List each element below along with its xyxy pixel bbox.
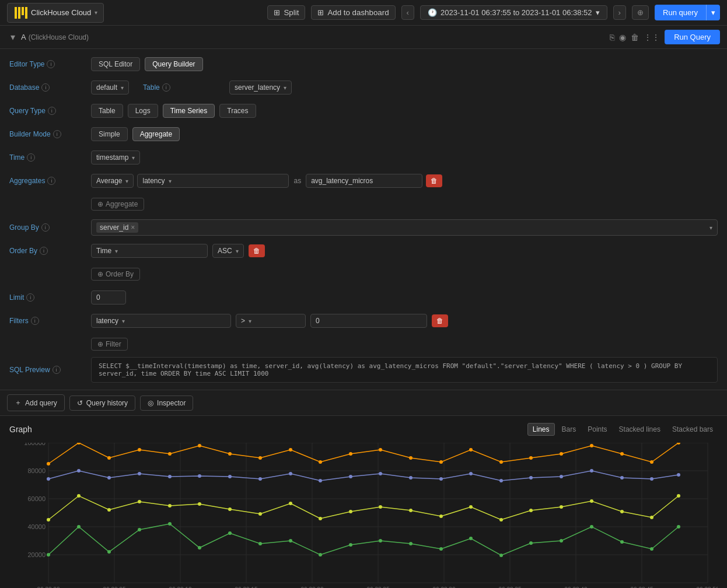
svg-point-74 xyxy=(499,479,503,482)
limit-input[interactable] xyxy=(91,290,126,304)
run-query-panel-button[interactable]: Run Query xyxy=(665,30,720,44)
order-by-row: Order By i Time ▾ ASC ▾ 🗑 xyxy=(9,240,718,261)
group-by-tag-remove-icon[interactable]: × xyxy=(131,223,135,232)
sql-preview-row: SQL Preview i SELECT $__timeInterval(tim… xyxy=(9,357,718,383)
aggregate-field-select[interactable]: latency ▾ xyxy=(137,174,289,188)
filters-info-icon[interactable]: i xyxy=(31,317,39,325)
query-type-timeseries-button[interactable]: Time Series xyxy=(163,104,215,118)
aggregate-delete-button[interactable]: 🗑 xyxy=(426,174,442,187)
time-range-selector[interactable]: 🕐 2023-11-01 06:37:55 to 2023-11-01 06:3… xyxy=(420,5,607,20)
run-query-button[interactable]: Run query ▾ xyxy=(655,5,720,20)
database-chevron-icon: ▾ xyxy=(121,85,124,91)
svg-point-117 xyxy=(469,537,473,540)
builder-mode-simple-button[interactable]: Simple xyxy=(91,127,128,141)
graph-title: Graph xyxy=(9,425,32,434)
add-filter-button[interactable]: ⊕ Filter xyxy=(91,338,128,351)
order-by-controls: Time ▾ ASC ▾ 🗑 xyxy=(91,244,718,258)
order-by-field-chevron-icon: ▾ xyxy=(115,248,118,254)
database-select[interactable]: default ▾ xyxy=(91,80,129,94)
query-type-table-button[interactable]: Table xyxy=(91,104,123,118)
svg-point-101 xyxy=(650,516,653,519)
order-by-delete-button[interactable]: 🗑 xyxy=(249,244,265,257)
svg-point-119 xyxy=(529,541,533,545)
query-type-info-icon[interactable]: i xyxy=(48,107,56,115)
svg-point-100 xyxy=(620,510,624,513)
sql-editor-button[interactable]: SQL Editor xyxy=(91,57,140,71)
order-by-dir-select[interactable]: ASC ▾ xyxy=(212,244,244,258)
svg-point-87 xyxy=(228,508,232,511)
time-prev-button[interactable]: ‹ xyxy=(401,5,414,20)
limit-info-icon[interactable]: i xyxy=(26,293,34,302)
svg-point-60 xyxy=(77,469,81,473)
add-order-by-button[interactable]: ⊕ Order By xyxy=(91,268,140,281)
query-builder-button[interactable]: Query Builder xyxy=(145,57,202,71)
group-by-label: Group By i xyxy=(9,223,91,232)
filter-value-input[interactable] xyxy=(310,314,427,328)
svg-point-109 xyxy=(228,531,232,535)
query-type-logs-button[interactable]: Logs xyxy=(128,104,158,118)
svg-point-66 xyxy=(258,477,262,481)
query-panel: ▾ A (ClickHouse Cloud) ⎘ ◉ 🗑 ⋮⋮ Run Quer… xyxy=(0,26,727,416)
svg-point-53 xyxy=(529,456,533,460)
graph-type-stacked-bars-button[interactable]: Stacked bars xyxy=(667,423,718,436)
sql-preview-label: SQL Preview i xyxy=(9,366,91,374)
table-info-icon[interactable]: i xyxy=(162,83,170,92)
builder-mode-info-icon[interactable]: i xyxy=(53,130,61,138)
order-by-dir-value: ASC xyxy=(218,247,232,255)
order-by-field-select[interactable]: Time ▾ xyxy=(91,244,208,258)
builder-mode-aggregate-button[interactable]: Aggregate xyxy=(132,127,180,141)
svg-point-75 xyxy=(529,476,533,480)
aggregate-alias-input[interactable] xyxy=(306,174,422,188)
inspector-button[interactable]: ◎ Inspector xyxy=(140,396,193,411)
sql-preview-info-icon[interactable]: i xyxy=(53,366,61,374)
svg-point-116 xyxy=(439,547,443,551)
graph-type-lines-button[interactable]: Lines xyxy=(527,423,555,436)
svg-rect-1 xyxy=(18,7,20,19)
graph-type-stacked-lines-button[interactable]: Stacked lines xyxy=(614,423,665,436)
group-by-input[interactable]: server_id × ▾ xyxy=(91,219,718,236)
bottom-bar: ＋ Add query ↺ Query history ◎ Inspector xyxy=(0,390,727,415)
filter-delete-button[interactable]: 🗑 xyxy=(432,314,448,327)
add-aggregate-button[interactable]: ⊕ Aggregate xyxy=(91,198,144,211)
svg-point-104 xyxy=(77,525,81,528)
time-label: Time i xyxy=(9,153,91,162)
svg-point-102 xyxy=(677,494,680,498)
svg-point-44 xyxy=(258,456,262,460)
tab-copy-button[interactable]: ⎘ xyxy=(610,30,614,44)
time-info-icon[interactable]: i xyxy=(27,153,35,162)
tab-grid-button[interactable]: ⋮⋮ xyxy=(644,30,660,44)
zoom-button[interactable]: ⊕ xyxy=(632,5,649,20)
tab-trash-button[interactable]: 🗑 xyxy=(631,30,639,44)
add-query-button[interactable]: ＋ Add query xyxy=(7,394,65,411)
database-info-icon[interactable]: i xyxy=(41,83,50,92)
time-next-button[interactable]: › xyxy=(613,5,626,20)
aggregates-controls: Average ▾ latency ▾ as 🗑 xyxy=(91,174,718,188)
builder-mode-label: Builder Mode i xyxy=(9,130,91,138)
filter-op-select[interactable]: > ▾ xyxy=(236,314,306,328)
add-to-dashboard-button[interactable]: ⊞ Add to dashboard xyxy=(311,5,395,20)
aggregates-info-icon[interactable]: i xyxy=(47,177,55,185)
query-history-button[interactable]: ↺ Query history xyxy=(69,396,135,411)
svg-point-54 xyxy=(560,452,563,456)
svg-point-73 xyxy=(469,472,473,475)
graph-area: Graph Lines Bars Points Stacked lines St… xyxy=(0,416,727,588)
svg-point-69 xyxy=(349,475,352,478)
table-select[interactable]: server_latency ▾ xyxy=(229,80,292,94)
group-by-info-icon[interactable]: i xyxy=(41,223,50,232)
editor-type-info-icon[interactable]: i xyxy=(47,60,55,68)
svg-point-121 xyxy=(590,525,593,528)
order-by-info-icon[interactable]: i xyxy=(40,247,48,255)
app-chevron-icon: ▾ xyxy=(95,9,97,16)
filter-field-select[interactable]: latency ▾ xyxy=(91,314,231,328)
svg-point-98 xyxy=(560,505,563,509)
time-select[interactable]: timestamp ▾ xyxy=(91,150,140,164)
app-logo[interactable]: ClickHouse Cloud ▾ xyxy=(7,3,104,23)
split-button[interactable]: ⊞ Split xyxy=(267,5,305,20)
graph-type-bars-button[interactable]: Bars xyxy=(557,423,581,436)
tab-eye-button[interactable]: ◉ xyxy=(619,30,626,44)
tab-collapse-icon[interactable]: ▾ xyxy=(7,32,19,43)
query-type-traces-button[interactable]: Traces xyxy=(219,104,256,118)
tab-letter[interactable]: A xyxy=(21,33,26,41)
aggregate-func-select[interactable]: Average ▾ xyxy=(91,174,134,188)
graph-type-points-button[interactable]: Points xyxy=(583,423,611,436)
